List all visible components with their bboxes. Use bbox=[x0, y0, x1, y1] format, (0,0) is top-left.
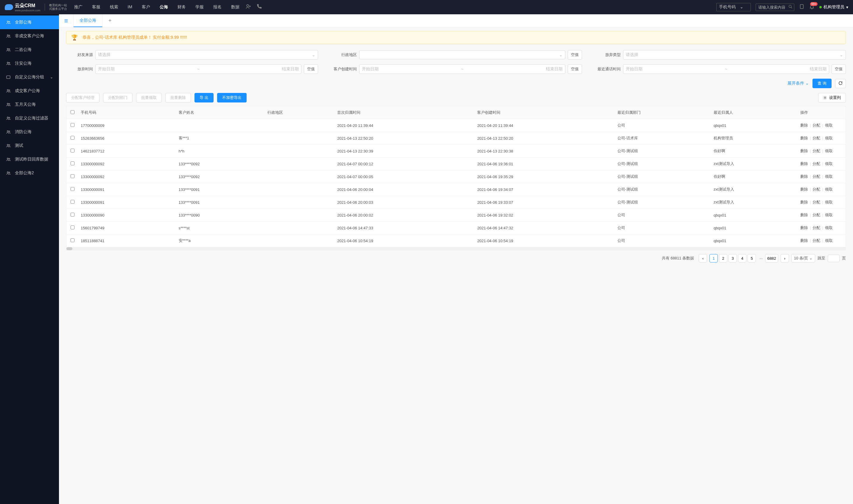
claim-link[interactable]: 领取 bbox=[825, 174, 833, 179]
row-checkbox[interactable] bbox=[71, 238, 74, 242]
assign-link[interactable]: 分配 bbox=[813, 174, 820, 179]
page-number-button[interactable]: 1 bbox=[709, 254, 718, 263]
delete-link[interactable]: 删除 bbox=[800, 200, 808, 204]
next-page-button[interactable]: › bbox=[781, 254, 789, 263]
delete-link[interactable]: 删除 bbox=[800, 213, 808, 217]
assign-dept-button[interactable]: 分配到部门 bbox=[103, 93, 132, 103]
sidebar-item[interactable]: 消防公海 bbox=[0, 125, 59, 139]
nav-item[interactable]: 公海 bbox=[159, 0, 169, 14]
row-checkbox[interactable] bbox=[71, 123, 74, 127]
set-columns-button[interactable]: 设置列 bbox=[818, 93, 846, 103]
sidebar-item[interactable]: 非成交客户公海 bbox=[0, 29, 59, 43]
claim-link[interactable]: 领取 bbox=[825, 123, 833, 127]
delete-link[interactable]: 删除 bbox=[800, 238, 808, 243]
last-call-time-range[interactable]: 开始日期 ~ 结束日期 bbox=[623, 64, 829, 74]
sidebar-item[interactable]: 测试昨日回库数据 bbox=[0, 152, 59, 166]
search-icon[interactable] bbox=[788, 5, 793, 10]
assign-link[interactable]: 分配 bbox=[813, 136, 820, 140]
search-type-select[interactable]: 手机号码 ⌄ bbox=[716, 3, 751, 11]
sidebar-item[interactable]: 成交客户公海 bbox=[0, 84, 59, 98]
tabs-collapse-icon[interactable] bbox=[59, 14, 74, 27]
row-checkbox[interactable] bbox=[71, 161, 74, 165]
delete-link[interactable]: 删除 bbox=[800, 136, 808, 140]
assign-link[interactable]: 分配 bbox=[813, 213, 820, 217]
assign-manager-button[interactable]: 分配客户经理 bbox=[66, 93, 99, 103]
export-button[interactable]: 导 出 bbox=[195, 93, 214, 103]
nav-item[interactable]: 客户 bbox=[141, 0, 151, 14]
abandon-time-null-button[interactable]: 空值 bbox=[304, 64, 318, 74]
nav-item[interactable]: 推广 bbox=[73, 0, 84, 14]
assign-link[interactable]: 分配 bbox=[813, 226, 820, 230]
claim-link[interactable]: 领取 bbox=[825, 187, 833, 192]
row-checkbox[interactable] bbox=[71, 200, 74, 204]
nav-item[interactable]: 客服 bbox=[91, 0, 102, 14]
batch-claim-button[interactable]: 批量领取 bbox=[136, 93, 162, 103]
delete-link[interactable]: 删除 bbox=[800, 187, 808, 192]
claim-link[interactable]: 领取 bbox=[825, 213, 833, 217]
row-checkbox[interactable] bbox=[71, 136, 74, 140]
claim-link[interactable]: 领取 bbox=[825, 200, 833, 204]
nav-item[interactable]: 线索 bbox=[109, 0, 120, 14]
sidebar-item[interactable]: 二咨公海 bbox=[0, 43, 59, 57]
claim-link[interactable]: 领取 bbox=[825, 238, 833, 243]
refresh-button[interactable] bbox=[835, 79, 846, 88]
phone-icon[interactable] bbox=[256, 4, 262, 11]
tablet-icon[interactable] bbox=[799, 4, 804, 11]
jump-page-input[interactable] bbox=[828, 255, 840, 262]
page-number-button[interactable]: 3 bbox=[728, 254, 737, 263]
assign-link[interactable]: 分配 bbox=[813, 161, 820, 166]
friend-source-select[interactable]: 请选择 ⌄ bbox=[95, 50, 318, 59]
select-all-checkbox[interactable] bbox=[71, 110, 74, 114]
sidebar-item[interactable]: 全部公海2 bbox=[0, 166, 59, 180]
create-time-range[interactable]: 开始日期 ~ 结束日期 bbox=[359, 64, 565, 74]
last-page-button[interactable]: 6882 bbox=[765, 254, 778, 263]
delete-link[interactable]: 删除 bbox=[800, 161, 808, 166]
claim-link[interactable]: 领取 bbox=[825, 149, 833, 153]
row-checkbox[interactable] bbox=[71, 174, 74, 178]
claim-link[interactable]: 领取 bbox=[825, 226, 833, 230]
sidebar-item[interactable]: 五月天公海 bbox=[0, 98, 59, 111]
assign-link[interactable]: 分配 bbox=[813, 238, 820, 243]
claim-link[interactable]: 领取 bbox=[825, 136, 833, 140]
scrollbar-thumb[interactable] bbox=[67, 247, 72, 250]
nav-item[interactable]: IM bbox=[127, 0, 134, 14]
query-button[interactable]: 查 询 bbox=[813, 79, 832, 88]
prev-page-button[interactable]: ‹ bbox=[699, 254, 707, 263]
claim-link[interactable]: 领取 bbox=[825, 161, 833, 166]
row-checkbox[interactable] bbox=[71, 149, 74, 152]
notification-icon[interactable]: 99+ bbox=[809, 4, 815, 11]
region-null-button[interactable]: 空值 bbox=[568, 50, 582, 59]
assign-link[interactable]: 分配 bbox=[813, 149, 820, 153]
user-menu[interactable]: 机构管理员 ▾ bbox=[819, 4, 848, 10]
delete-link[interactable]: 删除 bbox=[800, 174, 808, 179]
assign-link[interactable]: 分配 bbox=[813, 200, 820, 204]
assign-link[interactable]: 分配 bbox=[813, 123, 820, 127]
delete-link[interactable]: 删除 bbox=[800, 149, 808, 153]
sidebar-item[interactable]: 测试 bbox=[0, 139, 59, 152]
tab[interactable]: 全部公海 bbox=[74, 14, 103, 27]
horizontal-scrollbar[interactable] bbox=[67, 247, 846, 250]
row-checkbox[interactable] bbox=[71, 226, 74, 229]
nav-item[interactable]: 数据 bbox=[230, 0, 241, 14]
nav-item[interactable]: 财务 bbox=[176, 0, 187, 14]
batch-delete-button[interactable]: 批量删除 bbox=[165, 93, 191, 103]
nav-item[interactable]: 学服 bbox=[194, 0, 205, 14]
nav-item[interactable]: 报名 bbox=[212, 0, 223, 14]
create-time-null-button[interactable]: 空值 bbox=[568, 64, 582, 74]
sidebar-item[interactable]: 注安公海 bbox=[0, 57, 59, 70]
row-checkbox[interactable] bbox=[71, 213, 74, 217]
page-number-button[interactable]: 4 bbox=[738, 254, 746, 263]
delete-link[interactable]: 删除 bbox=[800, 226, 808, 230]
last-call-null-button[interactable]: 空值 bbox=[832, 64, 846, 74]
abandon-time-range[interactable]: 开始日期 ~ 结束日期 bbox=[95, 64, 302, 74]
page-size-select[interactable]: 10 条/页 ⌄ bbox=[791, 254, 815, 263]
sidebar-item[interactable]: 全部公海 bbox=[0, 16, 59, 29]
abandon-type-select[interactable]: 请选择 ⌄ bbox=[623, 50, 846, 59]
page-number-button[interactable]: 2 bbox=[719, 254, 727, 263]
sidebar-item[interactable]: 自定义公海过滤器 bbox=[0, 111, 59, 125]
delete-link[interactable]: 删除 bbox=[800, 123, 808, 127]
add-user-icon[interactable] bbox=[246, 4, 251, 11]
expand-filters-link[interactable]: 展开条件 ⌄ bbox=[787, 81, 809, 86]
export-plain-button[interactable]: 不加密导出 bbox=[217, 93, 247, 103]
sidebar-item[interactable]: 自定义公海分组⌄ bbox=[0, 70, 59, 84]
